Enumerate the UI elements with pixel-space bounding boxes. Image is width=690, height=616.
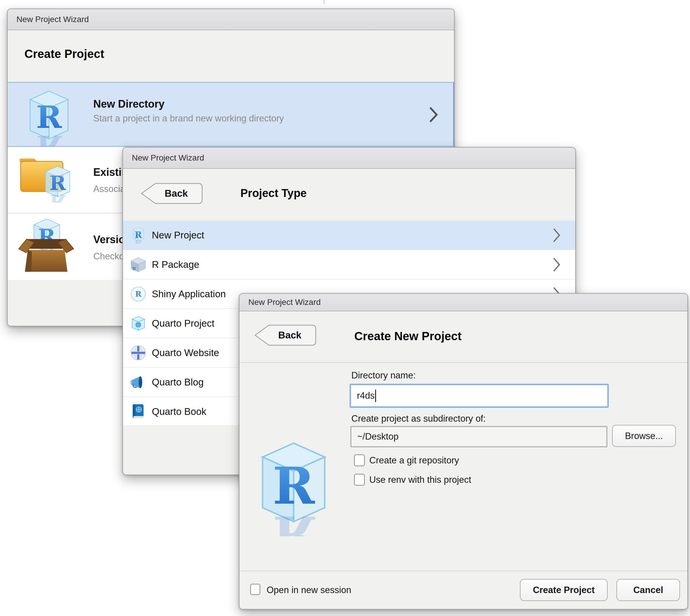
project-type-r-package[interactable]: R R Package: [123, 250, 575, 279]
window3-form: Directory name: r4ds Create project as s…: [239, 363, 687, 571]
window2-title: New Project Wizard: [132, 153, 204, 162]
chevron-right-icon: [552, 257, 561, 272]
desktop-background: New Project Wizard Create Project New Di…: [0, 0, 690, 616]
window1-header: Create Project: [8, 30, 454, 82]
svg-text:R: R: [132, 266, 136, 271]
option-new-directory[interactable]: New Directory Start a project in a brand…: [8, 82, 454, 147]
subdirectory-input[interactable]: ~/Desktop: [351, 426, 607, 447]
window1-title: New Project Wizard: [17, 15, 89, 24]
quarto-megaphone-icon: [130, 374, 147, 391]
git-repository-checkbox[interactable]: [354, 454, 365, 466]
open-new-session-label: Open in new session: [267, 585, 351, 595]
project-type-label: Quarto Project: [152, 309, 214, 338]
r-cube-icon: [23, 89, 75, 141]
back-button-label: Back: [140, 182, 204, 205]
subdirectory-label: Create project as subdirectory of:: [351, 413, 486, 424]
project-type-label: R Package: [152, 250, 199, 279]
project-type-label: Quarto Blog: [152, 368, 204, 397]
git-repository-checkbox-label: Create a git repository: [369, 455, 459, 466]
chevron-right-icon: [552, 227, 561, 243]
r-cube-icon: [253, 440, 335, 531]
project-type-label: New Project: [152, 221, 204, 250]
page-title: Create New Project: [354, 330, 462, 343]
back-button-label: Back: [254, 324, 317, 346]
page-title: Create Project: [24, 47, 104, 61]
quarto-book-icon: [130, 403, 147, 420]
folder-r-cube-icon: [18, 152, 76, 202]
quarto-cube-globe-icon: [130, 315, 147, 332]
create-project-button[interactable]: Create Project: [520, 579, 608, 601]
window3-titlebar[interactable]: New Project Wizard: [239, 294, 687, 311]
chevron-right-icon: [429, 106, 439, 123]
back-button[interactable]: Back: [254, 324, 317, 346]
quarto-globe-icon: [130, 345, 147, 361]
directory-name-label: Directory name:: [351, 370, 416, 381]
text-cursor: [375, 390, 376, 402]
browse-button[interactable]: Browse...: [612, 425, 676, 447]
window-create-new-project: New Project Wizard Back Create New Proje…: [239, 293, 688, 610]
directory-name-input[interactable]: r4ds: [350, 384, 609, 408]
project-type-new-project[interactable]: New Project: [123, 221, 575, 250]
subdirectory-value: ~/Desktop: [357, 431, 398, 442]
option-title: New Directory: [93, 98, 165, 110]
window3-title: New Project Wizard: [248, 298, 321, 307]
window2-titlebar[interactable]: New Project Wizard: [123, 148, 575, 169]
renv-checkbox[interactable]: [354, 474, 365, 486]
option-subtitle: Start a project in a brand new working d…: [93, 113, 284, 124]
window1-titlebar[interactable]: New Project Wizard: [8, 9, 454, 30]
directory-name-value: r4ds: [357, 391, 375, 401]
r-cube-icon: [130, 227, 147, 243]
project-type-label: Quarto Book: [152, 397, 206, 426]
window2-header: Back Project Type: [123, 168, 575, 221]
window3-header: Back Create New Project: [239, 311, 687, 363]
package-cube-icon: R: [130, 257, 147, 273]
back-button[interactable]: Back: [140, 182, 204, 205]
screen-edge-artifact: [324, 0, 325, 4]
window3-button-bar: Open in new session Create Project Cance…: [239, 571, 687, 609]
page-title: Project Type: [241, 187, 307, 200]
box-r-cube-icon: [17, 218, 76, 273]
project-type-label: Shiny Application: [152, 279, 226, 308]
open-new-session-checkbox[interactable]: [250, 584, 260, 595]
cancel-button[interactable]: Cancel: [616, 579, 680, 601]
project-type-label: Quarto Website: [152, 338, 219, 367]
shiny-circle-r-icon: R: [130, 286, 147, 302]
svg-text:R: R: [135, 290, 142, 299]
renv-checkbox-label: Use renv with this project: [369, 475, 471, 485]
